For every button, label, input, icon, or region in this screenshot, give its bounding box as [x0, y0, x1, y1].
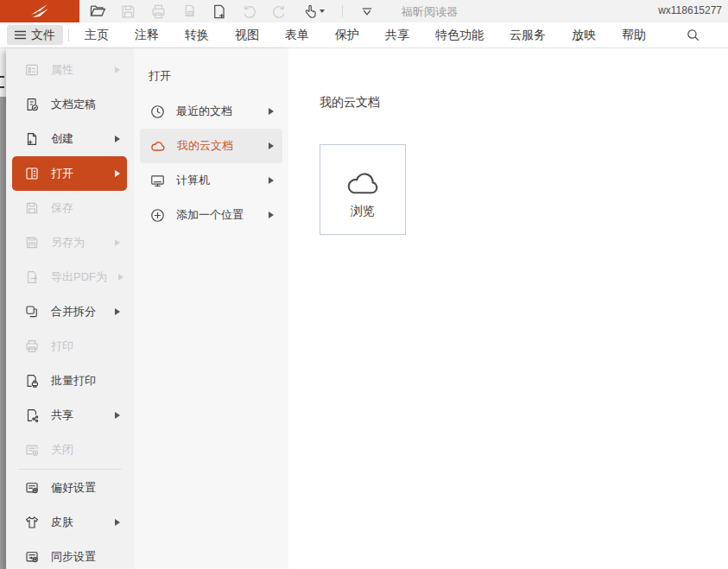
quick-access-toolbar [88, 2, 377, 21]
open-folder-icon [89, 3, 106, 20]
create-pdf-icon [211, 3, 227, 20]
tab-home[interactable]: 主页 [85, 28, 109, 43]
tab-comment[interactable]: 注释 [135, 28, 159, 43]
open-file-button[interactable] [88, 2, 107, 21]
search-icon[interactable] [686, 28, 700, 42]
page-title: 我的云文档 [320, 95, 728, 111]
collapse-toolbar-button[interactable] [358, 2, 377, 21]
file-menu-item-merge-split[interactable]: 合并拆分 [12, 294, 127, 329]
tab-file[interactable]: 文件 [7, 25, 63, 45]
open-icon [24, 166, 40, 181]
hand-tool-button[interactable] [300, 2, 327, 21]
background-glyph [0, 86, 4, 88]
menu-item-label: 批量打印 [51, 373, 96, 389]
file-menu-item-skin[interactable]: 皮肤 [12, 505, 127, 540]
open-submenu-item-add-a-place[interactable]: 添加一个位置 [140, 198, 282, 232]
file-menu-item-create[interactable]: 创建 [12, 122, 127, 156]
computer-icon [149, 173, 166, 189]
file-menu-item-save: 保存 [12, 191, 127, 225]
save-button [118, 2, 137, 21]
tab-view[interactable]: 视图 [235, 28, 259, 43]
document-finalize-icon [24, 97, 40, 112]
export-pdf-icon [24, 269, 40, 285]
file-menu-item-share[interactable]: 共享 [12, 398, 127, 433]
create-icon [24, 131, 40, 147]
create-pdf-button[interactable] [209, 2, 228, 21]
file-menu-item-export-pdf: 导出PDF为 [12, 260, 127, 294]
file-menu-item-open[interactable]: 打开 [12, 156, 127, 191]
preferences-icon [24, 480, 40, 496]
browse-cloud-button[interactable]: 浏览 [320, 144, 406, 235]
file-menu-item-batch-print[interactable]: 批量打印 [12, 364, 127, 398]
foxit-logo [0, 0, 79, 22]
undo-button [239, 2, 258, 21]
browse-label: 浏览 [351, 204, 375, 219]
file-menu-item-properties: 属性 [12, 53, 127, 87]
redo-icon [271, 3, 288, 20]
tab-help[interactable]: 帮助 [622, 28, 646, 43]
tab-slideshow[interactable]: 放映 [572, 28, 596, 43]
file-menu-item-close: 关闭 [12, 433, 127, 467]
menu-item-label: 导出PDF为 [51, 269, 107, 285]
organize-pages-icon [180, 3, 197, 20]
submenu-item-label: 最近的文档 [176, 104, 232, 119]
open-submenu-panel: 打开 最近的文档 我的云文档 计算机 [134, 48, 288, 569]
batch-print-icon [24, 373, 40, 389]
menu-item-label: 创建 [51, 131, 73, 147]
window-title: 福昕阅读器 [402, 4, 458, 20]
file-menu-item-preferences[interactable]: 偏好设置 [12, 471, 127, 505]
merge-split-icon [24, 304, 40, 319]
tab-protect[interactable]: 保护 [335, 28, 359, 43]
add-place-icon [149, 207, 166, 224]
sync-settings-icon [24, 549, 40, 565]
submenu-arrow-icon [115, 66, 120, 73]
tab-share[interactable]: 共享 [385, 28, 409, 43]
submenu-arrow-icon [115, 308, 120, 315]
tab-convert[interactable]: 转换 [185, 28, 209, 43]
print-icon [24, 338, 40, 354]
file-menu-item-sync-settings[interactable]: 同步设置 [12, 540, 127, 569]
submenu-arrow-icon [269, 142, 274, 149]
content-region: 属性 文档定稿 创建 打开 [0, 48, 728, 569]
open-submenu-item-my-cloud-documents[interactable]: 我的云文档 [140, 129, 282, 163]
account-id: wx118615277 [658, 4, 722, 16]
hand-tool-icon [302, 3, 319, 20]
submenu-arrow-icon [269, 212, 274, 218]
cloud-icon [149, 137, 167, 155]
submenu-arrow-icon [269, 108, 274, 115]
tab-featured[interactable]: 特色功能 [435, 28, 484, 43]
menu-item-label: 另存为 [51, 235, 85, 250]
close-doc-icon [24, 442, 40, 458]
menu-divider [18, 469, 122, 470]
menu-item-label: 共享 [51, 408, 73, 423]
file-menu-panel: 属性 文档定稿 创建 打开 [6, 48, 134, 569]
organize-pages-button [179, 2, 198, 21]
hand-tool-dropdown-icon [319, 8, 326, 15]
submenu-arrow-icon [115, 170, 120, 177]
tab-form[interactable]: 表单 [285, 28, 309, 43]
open-submenu-item-computer[interactable]: 计算机 [140, 163, 282, 198]
share-icon [24, 408, 40, 423]
menu-item-label: 同步设置 [51, 549, 96, 565]
file-menu-item-document-finalize[interactable]: 文档定稿 [12, 87, 127, 122]
file-menu-item-save-as: 另存为 [12, 225, 127, 260]
ribbon-tabs: 主页 注释 转换 视图 表单 保护 共享 特色功能 云服务 放映 帮助 [85, 28, 700, 43]
cloud-browse-icon [343, 168, 383, 197]
submenu-arrow-icon [118, 274, 123, 281]
cloud-documents-pane: 我的云文档 浏览 [288, 48, 728, 569]
menu-item-label: 属性 [51, 62, 73, 78]
print-button [149, 2, 168, 21]
collapse-toolbar-icon [359, 3, 375, 19]
submenu-arrow-icon [115, 519, 120, 526]
background-document-strip [0, 48, 6, 569]
tab-file-label: 文件 [31, 28, 55, 43]
tab-cloud-service[interactable]: 云服务 [510, 28, 546, 43]
menu-item-label: 保存 [51, 200, 73, 216]
save-icon [120, 3, 136, 20]
submenu-item-label: 计算机 [176, 173, 210, 188]
menu-item-label: 偏好设置 [51, 480, 96, 496]
open-submenu-item-recent-documents[interactable]: 最近的文档 [140, 94, 282, 129]
undo-icon [241, 3, 257, 20]
open-submenu-header: 打开 [134, 48, 288, 94]
save-as-icon [24, 235, 40, 250]
